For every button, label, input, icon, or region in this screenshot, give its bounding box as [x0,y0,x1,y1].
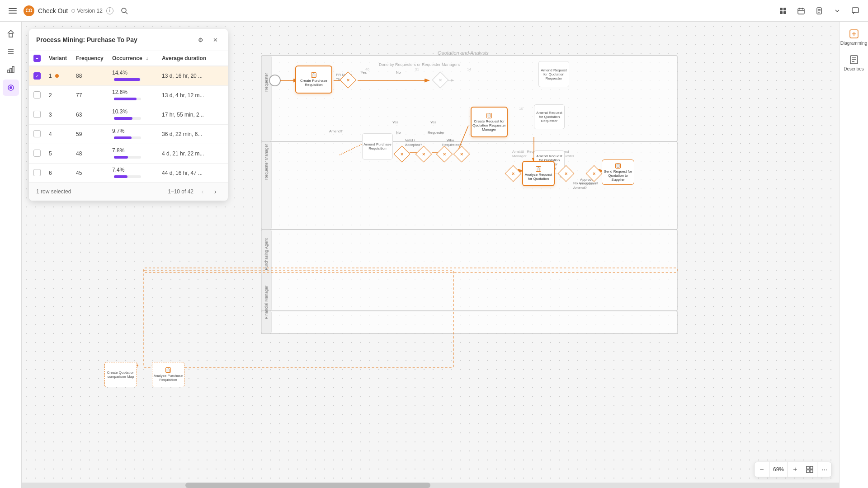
row-avgduration-cell: 36 d, 22 min, 6... [158,125,228,144]
sidebar-icon-process[interactable] [3,80,19,96]
sidebar-icon-chart[interactable] [3,61,19,78]
row-select-cell[interactable] [29,125,45,144]
svg-rect-41 [261,311,271,333]
row-checkbox[interactable] [33,150,41,157]
horizontal-scrollbar[interactable] [22,483,839,488]
row-variant-cell: 3 [45,105,72,125]
svg-text:Accepted?: Accepted? [405,143,422,147]
col-select[interactable]: − [29,51,45,66]
chat-icon-button[interactable] [848,4,863,18]
table-row[interactable]: 6 45 7.4% 44 d, 16 hr, 47 ... [29,164,228,183]
row-checkbox[interactable] [33,111,41,118]
svg-rect-19 [8,70,9,73]
search-button[interactable] [117,4,132,18]
occurrence-bar-fill [114,98,137,100]
gateway-9[interactable]: × [586,165,603,182]
gateway-2[interactable]: × [432,72,449,89]
table-row[interactable]: 3 63 10.3% 17 hr, 55 min, 2... [29,105,228,125]
task-label: Create Quotation comparison Map [106,371,136,379]
next-page-button[interactable]: › [210,186,221,197]
task-amend-rq-requester-top[interactable]: Amend Request for Quotation Requester [538,61,569,87]
svg-rect-40 [261,311,677,333]
task-label: Create Purchase Requisition [300,79,327,87]
gateway-4[interactable]: × [415,146,432,163]
task-send-rq-supplier[interactable]: 📋 Send Request for Quotation to Supplier [602,160,634,185]
settings-button[interactable]: ⚙ [195,34,206,45]
main-canvas[interactable]: Quotation and Analysis Requester Request… [22,22,839,488]
zoom-fit-button[interactable] [802,462,817,477]
row-checkbox[interactable] [33,130,41,137]
row-variant-cell: 1 [45,66,72,86]
svg-text:Requester: Requester [428,131,444,135]
svg-rect-2 [780,8,783,10]
svg-text:Yes: Yes [430,120,436,124]
row-select-cell[interactable] [29,86,45,105]
svg-rect-35 [261,141,271,230]
row-avgduration-cell: 13 d, 4 hr, 12 m... [158,86,228,105]
occurrence-bar-fill [114,117,132,120]
gateway-5[interactable]: × [436,146,453,163]
row-checkbox[interactable] [33,91,41,99]
table-row[interactable]: ✓ 1 88 14.4% 13 d, 16 hr, 20 ... [29,66,228,86]
col-frequency-header[interactable]: Frequency [72,51,108,66]
svg-point-23 [9,86,12,89]
row-checkbox[interactable]: ✓ [33,72,41,80]
document-icon-button[interactable] [812,4,826,18]
zoom-out-button[interactable]: − [755,462,769,477]
task-analyze-purchase-requisition[interactable]: 📋 Analyze Purchase Requisition [152,362,184,387]
grid-icon-button[interactable] [776,4,790,18]
svg-rect-21 [12,66,14,73]
table-row[interactable]: 5 48 7.8% 4 d, 21 hr, 22 m... [29,144,228,164]
row-frequency-cell: 59 [72,125,108,144]
topbar: CO Check Out Version 12 i [0,0,868,22]
zoom-in-button[interactable]: + [788,462,802,477]
svg-text:Requester Manager: Requester Manager [264,144,269,180]
select-all-checkbox[interactable]: − [33,55,41,62]
svg-rect-91 [810,466,813,469]
sidebar-item-describes[interactable]: Describes [841,51,867,75]
col-variant-header[interactable]: Variant [45,51,72,66]
task-amend-purchase-requisition[interactable]: Amend Purchase Requisition [362,133,393,160]
app-title: Check Out [38,7,68,14]
task-label: Amend Request for Quotation Requester [540,68,568,80]
scrollbar-thumb[interactable] [185,483,430,488]
row-select-cell[interactable] [29,164,45,183]
row-select-cell[interactable] [29,144,45,164]
svg-rect-37 [261,230,677,311]
prev-page-button[interactable]: ‹ [197,186,208,197]
calendar-icon-button[interactable] [794,4,808,18]
col-avgduration-header[interactable]: Average duration [158,51,228,66]
row-select-cell[interactable] [29,105,45,125]
sidebar-item-diagramming[interactable]: Diagramming [841,25,867,49]
svg-text:Amend?: Amend? [329,129,343,133]
variant-dot [55,74,59,78]
zoom-more-button[interactable]: ⋯ [817,462,831,477]
table-container[interactable]: − Variant Frequency Occurrence ↓ [29,51,228,182]
menu-button[interactable] [5,4,20,18]
svg-text:31: 31 [415,67,419,71]
task-analyze-rq[interactable]: 📋 Analyze Request for Quotation [522,161,555,186]
task-create-quotation-map[interactable]: Create Quotation comparison Map [104,362,137,387]
row-checkbox[interactable] [33,169,41,176]
gateway-1[interactable]: × [340,72,357,89]
sidebar-icon-home[interactable] [3,25,19,42]
task-create-purchase-requisition[interactable]: 📋 Create Purchase Requisition [295,66,332,94]
row-occurrence-cell: 12.6% [108,86,158,105]
info-icon[interactable]: i [106,7,113,14]
list-icon [7,47,15,56]
col-occurrence-header[interactable]: Occurrence ↓ [108,51,158,66]
task-amend-rq-requester-mid[interactable]: Amend Request for Quotation Requester [534,104,565,129]
table-row[interactable]: 2 77 12.6% 13 d, 4 hr, 12 m... [29,86,228,105]
sidebar-icon-list[interactable] [3,43,19,60]
row-select-cell[interactable]: ✓ [29,66,45,86]
gateway-6[interactable]: × [453,146,470,163]
svg-text:No: No [396,131,401,135]
svg-text:14: 14 [467,67,471,71]
gateway-3[interactable]: × [394,146,410,163]
svg-text:Yes: Yes [361,70,367,75]
close-button[interactable]: ✕ [210,34,221,45]
chevron-down-icon-button[interactable] [830,4,844,18]
table-row[interactable]: 4 59 9.7% 36 d, 22 min, 6... [29,125,228,144]
task-create-rq-requester-manager[interactable]: 📋 Create Request for Quotation Requester… [471,107,508,137]
gateway-7[interactable]: × [505,165,522,182]
